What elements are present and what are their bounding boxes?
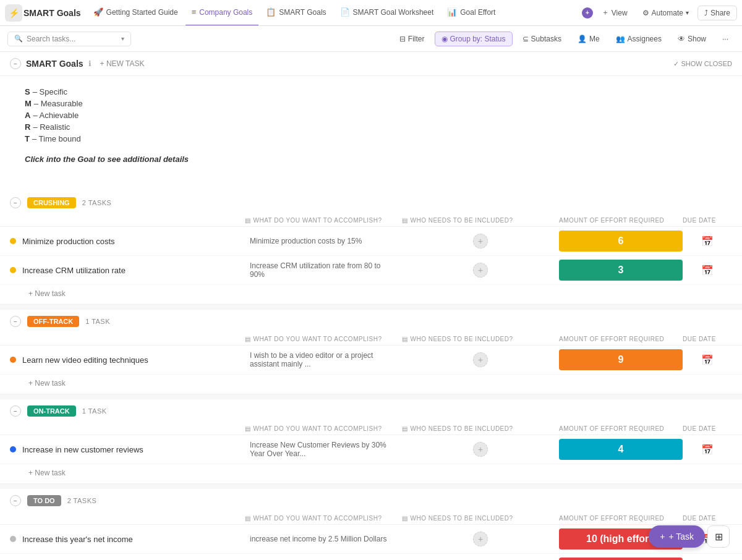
show-button[interactable]: 👁 Show (672, 32, 712, 46)
col-included: ▤ WHO NEEDS TO BE INCLUDED? (402, 515, 559, 522)
new-task-link[interactable]: + New task (28, 469, 66, 477)
smart-info-block: S – Specific M – Measurable A – Achievab… (0, 76, 742, 191)
section-divider (0, 305, 742, 310)
filter-button[interactable]: ⊟ Filter (393, 32, 431, 46)
col-effort: AMOUNT OF EFFORT REQUIRED (559, 515, 683, 522)
new-task-header-button[interactable]: + NEW TASK (96, 58, 148, 69)
view-button[interactable]: ＋ View (595, 5, 634, 20)
groups-container: − CRUSHING 2 TASKS ▤ WHAT DO YOU WANT TO… (0, 191, 742, 560)
table-row[interactable]: Increase in new customer reviews Increas… (0, 435, 742, 464)
table-row[interactable]: Minimize production costs Minimize produ… (0, 227, 742, 256)
col-accomplish: ▤ WHAT DO YOU WANT TO ACCOMPLISH? (245, 336, 402, 342)
avatar-add[interactable] (473, 234, 488, 248)
tab-smart-goals[interactable]: 📋 SMART Goals (260, 0, 332, 26)
group-section-todo: − TO DO 2 TASKS ▤ WHAT DO YOU WANT TO AC… (0, 489, 742, 560)
tab-goal-effort[interactable]: 📊 Goal Effort (441, 0, 501, 26)
due-date-cell[interactable]: 📅 (683, 444, 732, 456)
tab-getting-started[interactable]: 🚀 Getting Started Guide (87, 0, 184, 26)
effort-bar: 6 (559, 231, 683, 252)
col-headers-todo: ▤ WHAT DO YOU WANT TO ACCOMPLISH? ▤ WHO … (0, 512, 742, 525)
group-badge-off-track: OFF-TRACK (27, 316, 79, 327)
effort-cell: 9 (559, 349, 683, 370)
smart-m-label: – Measurable (34, 99, 83, 108)
col-effort: AMOUNT OF EFFORT REQUIRED (559, 425, 683, 432)
grid-view-button[interactable]: ⊞ (707, 525, 730, 548)
search-box[interactable]: 🔍 Search tasks... ▾ (7, 32, 131, 46)
group-header-todo[interactable]: − TO DO 2 TASKS (0, 489, 742, 512)
smart-s-label: – Specific (33, 87, 67, 96)
more-button[interactable]: ··· (716, 32, 735, 46)
more-icon: ··· (722, 35, 728, 43)
smart-r-label: – Realistic (33, 122, 70, 132)
task-name: Increase this year's net income (22, 535, 133, 544)
subtasks-icon: ⊆ (522, 35, 529, 43)
table-row[interactable]: Increase CRM utilization rate Increase C… (0, 256, 742, 285)
show-closed-button[interactable]: ✓ SHOW CLOSED (673, 60, 732, 68)
smart-goals-icon: 📋 (266, 7, 276, 17)
new-task-row-off-track: + New task (0, 375, 742, 394)
calendar-icon: 📅 (701, 265, 714, 276)
col-included: ▤ WHO NEEDS TO BE INCLUDED? (402, 217, 559, 224)
tab-company-goals[interactable]: ≡ Company Goals (186, 0, 259, 26)
table-row[interactable]: Learn new video editing techniques I wis… (0, 346, 742, 375)
task-status-dot (10, 267, 16, 273)
section-divider (0, 484, 742, 489)
col-due-date: DUE DATE (683, 425, 732, 432)
automate-button[interactable]: ⚙ Automate ▾ (636, 6, 695, 20)
avatar-add[interactable] (473, 532, 488, 546)
effort-cell: 6 (559, 231, 683, 252)
due-date-cell[interactable]: 📅 (683, 235, 732, 247)
calendar-icon: 📅 (701, 354, 714, 366)
section-collapse-button[interactable]: − (10, 58, 21, 69)
smart-t-line: T – Time bound (25, 133, 717, 145)
smart-m-letter: M (25, 99, 32, 108)
group-collapse-on-track[interactable]: − (10, 405, 21, 417)
filter-icon: ⊟ (399, 35, 406, 43)
toolbar-right: ⊟ Filter ◉ Group by: Status ⊆ Subtasks 👤… (393, 32, 735, 46)
effort-bar: 4 (559, 439, 683, 460)
fab-label: + Task (668, 532, 694, 541)
subtasks-button[interactable]: ⊆ Subtasks (516, 32, 568, 46)
col-accomplish: ▤ WHAT DO YOU WANT TO ACCOMPLISH? (245, 425, 402, 432)
col-accomplish: ▤ WHAT DO YOU WANT TO ACCOMPLISH? (245, 515, 402, 522)
accomplish-icon: ▤ (245, 425, 251, 432)
tab-smart-goal-worksheet[interactable]: 📄 SMART Goal Worksheet (334, 0, 440, 26)
effort-cell: 4 (559, 439, 683, 460)
section-title: SMART Goals (26, 59, 83, 69)
group-header-on-track[interactable]: − ON-TRACK 1 TASK (0, 399, 742, 423)
grid-icon: ⊞ (715, 531, 723, 543)
group-collapse-crushing[interactable]: − (10, 197, 21, 208)
avatar-add[interactable] (473, 263, 488, 278)
section-divider (0, 394, 742, 399)
table-row[interactable]: Reduce production idle time Reduce produ… (0, 554, 742, 560)
accomplish-icon: ▤ (245, 217, 251, 224)
share-button[interactable]: ⤴ Share (697, 6, 737, 20)
add-task-fab[interactable]: + + Task (649, 525, 705, 548)
group-badge-on-track: ON-TRACK (27, 405, 76, 417)
avatar-add[interactable] (473, 442, 488, 457)
effort-bar: 3 (559, 260, 683, 281)
group-header-crushing[interactable]: − CRUSHING 2 TASKS (0, 191, 742, 214)
assignees-button[interactable]: 👥 Assignees (610, 32, 668, 46)
new-task-link[interactable]: + New task (28, 379, 66, 388)
me-button[interactable]: 👤 Me (571, 32, 606, 46)
group-by-button[interactable]: ◉ Group by: Status (435, 32, 513, 46)
task-accomplish: increase net income by 2.5 Million Dolla… (245, 535, 402, 543)
search-icon: 🔍 (14, 35, 23, 43)
group-collapse-todo[interactable]: − (10, 495, 21, 506)
info-icon[interactable]: ℹ (88, 59, 92, 68)
table-row[interactable]: Increase this year's net income increase… (0, 525, 742, 554)
due-date-cell[interactable]: 📅 (683, 354, 732, 366)
smart-t-label: – Time bound (32, 134, 81, 143)
avatar-add[interactable] (473, 352, 488, 367)
group-task-count-todo: 2 TASKS (67, 497, 97, 504)
user-circle-icon[interactable]: + (582, 7, 593, 19)
group-header-off-track[interactable]: − OFF-TRACK 1 TASK (0, 310, 742, 333)
view-icon: ＋ (602, 7, 609, 18)
search-placeholder: Search tasks... (27, 35, 75, 43)
new-task-link[interactable]: + New task (28, 289, 66, 298)
due-date-cell[interactable]: 📅 (683, 265, 732, 276)
smart-r-line: R – Realistic (25, 121, 717, 133)
task-name-cell: Increase this year's net income (10, 535, 245, 544)
group-collapse-off-track[interactable]: − (10, 316, 21, 327)
